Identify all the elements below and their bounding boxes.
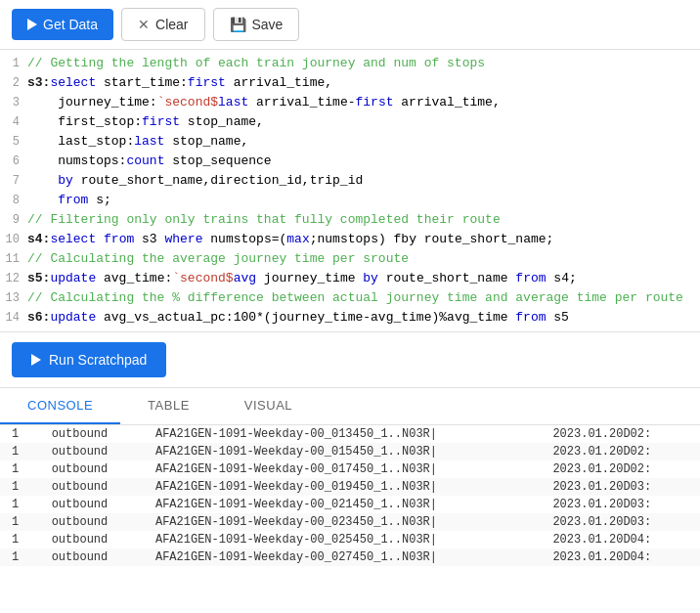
table-row: 1outboundAFA21GEN-1091-Weekday-00_019450… (0, 478, 700, 496)
line-content: // Calculating the % difference between … (27, 288, 700, 308)
line-content: s4:select from s3 where numstops=(max;nu… (27, 230, 700, 249)
table-cell-dir: outbound (40, 513, 144, 531)
run-play-icon (31, 354, 41, 366)
table-cell-date: 2023.01.20D03: (541, 513, 700, 531)
table-cell-date: 2023.01.20D02: (541, 443, 700, 460)
line-number: 10 (0, 230, 27, 249)
table-cell-date: 2023.01.20D03: (541, 496, 700, 513)
line-content: first_stop:first stop_name, (27, 112, 700, 132)
code-line: 12s5:update avg_time:`second$avg journey… (0, 269, 700, 288)
table-cell-trip: AFA21GEN-1091-Weekday-00_017450_1..N03R| (144, 460, 541, 478)
table-cell-date: 2023.01.20D03: (541, 478, 700, 496)
line-number: 8 (0, 191, 27, 210)
code-line: 1// Getting the length of each train jou… (0, 54, 700, 73)
line-content: numstops:count stop_sequence (27, 152, 700, 171)
table-cell-num: 1 (0, 425, 40, 443)
table-cell-num: 1 (0, 460, 40, 478)
line-content: // Calculating the average journey time … (27, 249, 700, 269)
table-row: 1outboundAFA21GEN-1091-Weekday-00_027450… (0, 548, 700, 566)
line-number: 5 (0, 132, 27, 152)
table-row: 1outboundAFA21GEN-1091-Weekday-00_023450… (0, 513, 700, 531)
play-icon (27, 19, 37, 30)
table-row: 1outboundAFA21GEN-1091-Weekday-00_017450… (0, 460, 700, 478)
table-cell-num: 1 (0, 531, 40, 548)
table-cell-num: 1 (0, 496, 40, 513)
code-line: 5 last_stop:last stop_name, (0, 132, 700, 152)
save-button[interactable]: 💾 Save (213, 8, 300, 41)
line-content: by route_short_name,direction_id,trip_id (27, 171, 700, 191)
run-scratchpad-label: Run Scratchpad (49, 352, 147, 368)
code-line: 6 numstops:count stop_sequence (0, 152, 700, 171)
table-cell-trip: AFA21GEN-1091-Weekday-00_025450_1..N03R| (144, 531, 541, 548)
table-cell-dir: outbound (40, 531, 144, 548)
line-number: 13 (0, 288, 27, 308)
line-number: 11 (0, 249, 27, 269)
code-editor[interactable]: 1// Getting the length of each train jou… (0, 50, 700, 332)
save-icon: 💾 (230, 17, 246, 32)
table-cell-dir: outbound (40, 548, 144, 566)
tab-table[interactable]: TABLE (120, 388, 217, 424)
table-cell-dir: outbound (40, 425, 144, 443)
clear-label: Clear (155, 17, 188, 32)
line-content: s6:update avg_vs_actual_pc:100*(journey_… (27, 308, 700, 328)
table-cell-num: 1 (0, 548, 40, 566)
run-scratchpad-button[interactable]: Run Scratchpad (12, 342, 166, 377)
line-content: s5:update avg_time:`second$avg journey_t… (27, 269, 700, 288)
table-cell-date: 2023.01.20D02: (541, 460, 700, 478)
clear-button[interactable]: ✕ Clear (121, 8, 204, 41)
code-line: 4 first_stop:first stop_name, (0, 112, 700, 132)
x-icon: ✕ (138, 17, 150, 32)
line-number: 4 (0, 112, 27, 132)
line-content: journey_time:`second$last arrival_time-f… (27, 93, 700, 112)
line-content: from s; (27, 191, 700, 210)
table-row: 1outboundAFA21GEN-1091-Weekday-00_021450… (0, 496, 700, 513)
table-row: 1outboundAFA21GEN-1091-Weekday-00_025450… (0, 531, 700, 548)
line-content: // Getting the length of each train jour… (27, 54, 700, 73)
table-cell-dir: outbound (40, 478, 144, 496)
table-row: 1outboundAFA21GEN-1091-Weekday-00_015450… (0, 443, 700, 460)
get-data-button[interactable]: Get Data (12, 9, 113, 40)
table-cell-trip: AFA21GEN-1091-Weekday-00_015450_1..N03R| (144, 443, 541, 460)
tab-visual[interactable]: VISUAL (217, 388, 320, 424)
code-line: 11// Calculating the average journey tim… (0, 249, 700, 269)
code-line: 2s3:select start_time:first arrival_time… (0, 73, 700, 93)
code-line: 8 from s; (0, 191, 700, 210)
table-cell-date: 2023.01.20D02: (541, 425, 700, 443)
table-cell-dir: outbound (40, 443, 144, 460)
table-cell-trip: AFA21GEN-1091-Weekday-00_027450_1..N03R| (144, 548, 541, 566)
code-line: 13// Calculating the % difference betwee… (0, 288, 700, 308)
line-number: 12 (0, 269, 27, 288)
code-line: 10s4:select from s3 where numstops=(max;… (0, 230, 700, 249)
line-number: 9 (0, 210, 27, 230)
code-line: 9// Filtering only only trains that full… (0, 210, 700, 230)
line-number: 7 (0, 171, 27, 191)
console-output[interactable]: 1outboundAFA21GEN-1091-Weekday-00_013450… (0, 425, 700, 613)
code-line: 7 by route_short_name,direction_id,trip_… (0, 171, 700, 191)
table-row: 1outboundAFA21GEN-1091-Weekday-00_013450… (0, 425, 700, 443)
table-cell-trip: AFA21GEN-1091-Weekday-00_023450_1..N03R| (144, 513, 541, 531)
line-content: last_stop:last stop_name, (27, 132, 700, 152)
table-cell-num: 1 (0, 478, 40, 496)
table-cell-num: 1 (0, 513, 40, 531)
line-number: 2 (0, 73, 27, 93)
code-line: 3 journey_time:`second$last arrival_time… (0, 93, 700, 112)
table-cell-dir: outbound (40, 460, 144, 478)
table-cell-date: 2023.01.20D04: (541, 531, 700, 548)
output-table: 1outboundAFA21GEN-1091-Weekday-00_013450… (0, 425, 700, 566)
line-content: // Filtering only only trains that fully… (27, 210, 700, 230)
table-cell-num: 1 (0, 443, 40, 460)
table-cell-trip: AFA21GEN-1091-Weekday-00_021450_1..N03R| (144, 496, 541, 513)
tab-console[interactable]: CONSOLE (0, 388, 120, 424)
line-number: 6 (0, 152, 27, 171)
table-cell-trip: AFA21GEN-1091-Weekday-00_013450_1..N03R| (144, 425, 541, 443)
table-cell-date: 2023.01.20D04: (541, 548, 700, 566)
line-number: 1 (0, 54, 27, 73)
line-number: 3 (0, 93, 27, 112)
save-label: Save (252, 17, 284, 32)
table-cell-trip: AFA21GEN-1091-Weekday-00_019450_1..N03R| (144, 478, 541, 496)
run-area: Run Scratchpad (0, 332, 700, 388)
code-line: 14s6:update avg_vs_actual_pc:100*(journe… (0, 308, 700, 328)
table-cell-dir: outbound (40, 496, 144, 513)
get-data-label: Get Data (43, 17, 98, 32)
toolbar: Get Data ✕ Clear 💾 Save (0, 0, 700, 50)
